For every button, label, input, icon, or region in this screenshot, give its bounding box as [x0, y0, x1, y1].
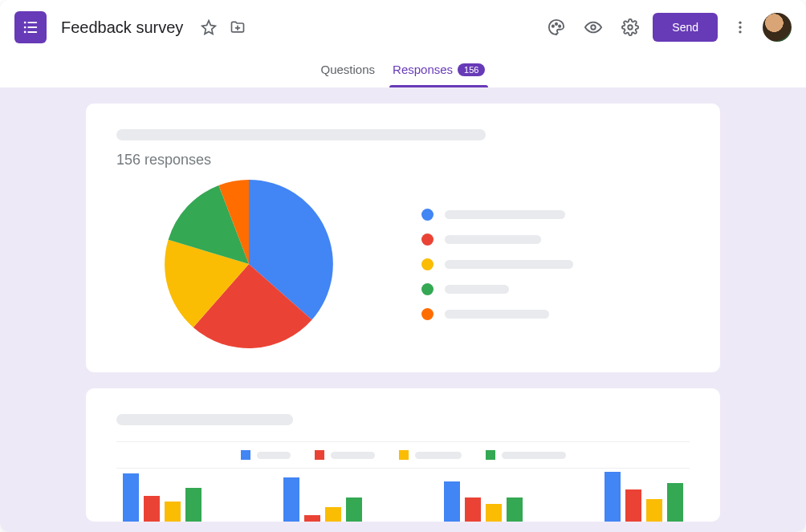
- bar: [304, 515, 320, 522]
- bar: [346, 497, 362, 522]
- legend-item: [399, 450, 462, 460]
- legend-label-placeholder: [445, 235, 541, 244]
- forms-logo-icon[interactable]: [14, 11, 47, 43]
- svg-rect-2: [24, 26, 26, 29]
- bar-group: [444, 472, 523, 522]
- legend-item: [421, 308, 573, 320]
- move-to-folder-icon[interactable]: [223, 13, 252, 42]
- svg-rect-0: [24, 22, 26, 24]
- legend-label-placeholder: [445, 285, 509, 294]
- summary-card-bar: [86, 388, 720, 522]
- svg-rect-3: [27, 26, 37, 28]
- legend-dot-icon: [421, 234, 434, 246]
- app-header: Feedback survey Send: [0, 0, 806, 58]
- legend-item: [315, 450, 375, 460]
- legend-item: [421, 234, 573, 246]
- send-button[interactable]: Send: [653, 13, 718, 42]
- legend-label-placeholder: [445, 260, 573, 269]
- bar-group: [123, 472, 202, 522]
- legend-dot-icon: [421, 258, 434, 270]
- svg-point-10: [629, 25, 633, 30]
- bar-legend: [116, 442, 690, 468]
- bar: [646, 499, 662, 522]
- content-area: 156 responses: [0, 87, 806, 532]
- svg-rect-1: [27, 22, 37, 23]
- svg-point-7: [556, 23, 557, 25]
- legend-item: [421, 258, 573, 270]
- svg-point-13: [739, 30, 741, 33]
- legend-square-icon: [399, 450, 409, 460]
- question-title-placeholder: [116, 414, 293, 425]
- bar-chart: [116, 468, 690, 522]
- tab-responses-label: Responses: [393, 63, 453, 76]
- tab-questions[interactable]: Questions: [318, 58, 379, 81]
- bar: [667, 483, 683, 522]
- legend-label-placeholder: [502, 452, 566, 459]
- svg-rect-5: [27, 31, 37, 33]
- pie-legend: [421, 209, 573, 320]
- legend-label-placeholder: [445, 210, 565, 219]
- svg-point-12: [739, 26, 741, 28]
- preview-eye-icon[interactable]: [579, 13, 608, 42]
- legend-dot-icon: [421, 209, 434, 221]
- bar: [625, 489, 641, 522]
- bar: [185, 488, 202, 522]
- svg-rect-4: [24, 31, 26, 34]
- bar: [283, 477, 299, 522]
- tabs-bar: Questions Responses 156: [0, 58, 806, 87]
- svg-point-6: [552, 26, 554, 27]
- legend-square-icon: [315, 450, 324, 460]
- bar: [486, 504, 502, 522]
- legend-item: [421, 209, 573, 221]
- legend-dot-icon: [421, 308, 434, 320]
- star-icon[interactable]: [194, 13, 223, 42]
- legend-label-placeholder: [415, 452, 462, 459]
- bar-group: [604, 472, 683, 522]
- bar: [144, 496, 160, 522]
- question-title-placeholder: [116, 129, 486, 140]
- bar: [123, 473, 139, 522]
- svg-point-11: [739, 22, 741, 24]
- bar: [604, 472, 621, 522]
- palette-icon[interactable]: [542, 13, 571, 42]
- bar: [507, 497, 523, 522]
- account-avatar[interactable]: [763, 13, 792, 42]
- legend-square-icon: [486, 450, 495, 460]
- bar: [444, 481, 460, 522]
- legend-label-placeholder: [257, 452, 291, 459]
- legend-square-icon: [241, 450, 250, 460]
- responses-count: 156 responses: [116, 152, 690, 169]
- legend-label-placeholder: [445, 310, 549, 319]
- bar: [165, 502, 181, 522]
- more-vert-icon[interactable]: [726, 13, 755, 42]
- svg-point-9: [592, 25, 596, 30]
- tab-responses[interactable]: Responses 156: [389, 58, 488, 81]
- settings-gear-icon[interactable]: [616, 13, 645, 42]
- legend-dot-icon: [421, 283, 434, 295]
- summary-card-pie: 156 responses: [86, 104, 720, 372]
- legend-item: [486, 450, 566, 460]
- bar: [325, 507, 341, 522]
- pie-chart: [165, 180, 333, 348]
- legend-item: [421, 283, 573, 295]
- document-title[interactable]: Feedback survey: [61, 18, 183, 37]
- bar-group: [283, 472, 362, 522]
- responses-badge: 156: [458, 63, 485, 76]
- legend-item: [241, 450, 291, 460]
- svg-point-8: [559, 26, 560, 27]
- bar: [465, 497, 481, 522]
- legend-label-placeholder: [331, 452, 375, 459]
